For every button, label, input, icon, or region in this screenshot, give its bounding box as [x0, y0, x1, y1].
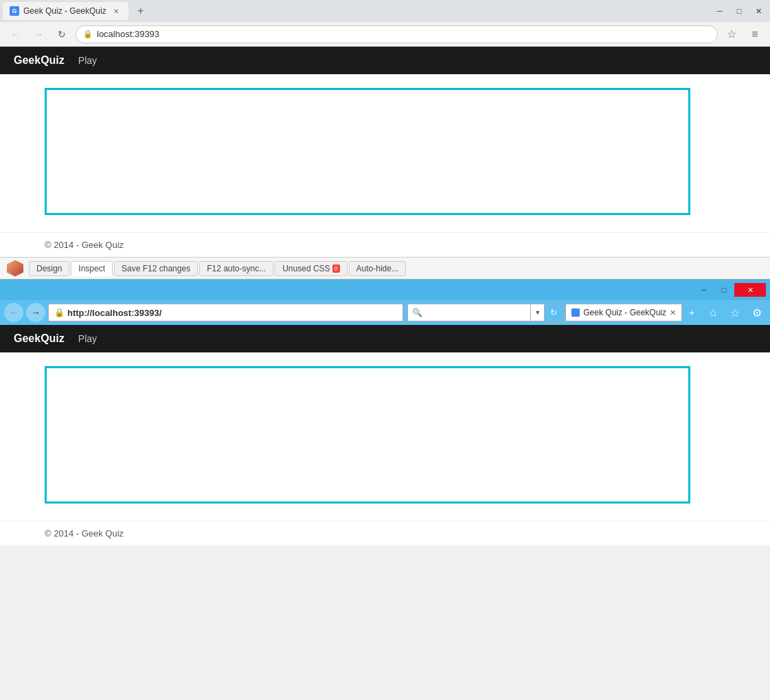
- ie-browser-window: ─ □ ✕ ← → 🔒 http://localhost:39393/ 🔍 ▼ …: [0, 280, 770, 545]
- ie-page-main: [0, 352, 770, 517]
- ie-content-box: [45, 366, 690, 504]
- chrome-minimize-button[interactable]: ─: [711, 5, 729, 17]
- dev-design-button[interactable]: Design: [29, 261, 69, 276]
- ie-search-chevron-icon: ▼: [534, 309, 541, 316]
- chrome-forward-button[interactable]: →: [29, 25, 48, 44]
- ie-home-button[interactable]: ⌂: [704, 304, 722, 321]
- ie-maximize-button[interactable]: □: [714, 283, 734, 297]
- ie-search-box[interactable]: 🔍: [407, 304, 531, 321]
- ie-tab-label: Geek Quiz - GeekQuiz: [583, 308, 666, 317]
- chrome-new-tab-button[interactable]: +: [131, 2, 150, 20]
- chrome-back-button[interactable]: ←: [5, 25, 25, 44]
- ie-address-icon: 🔒: [54, 308, 65, 317]
- dev-inspect-button[interactable]: Inspect: [71, 261, 113, 276]
- chrome-site-brand: GeekQuiz: [14, 54, 65, 67]
- chrome-address-bar[interactable]: 🔒 localhost:39393: [76, 25, 718, 43]
- ie-search-dropdown[interactable]: ▼: [531, 304, 545, 321]
- ie-new-tab-button[interactable]: +: [685, 304, 699, 321]
- ie-url-text: http://localhost:39393/: [67, 308, 397, 318]
- ie-site-brand: GeekQuiz: [14, 332, 65, 345]
- chrome-close-button[interactable]: ✕: [749, 5, 767, 17]
- ie-refresh-button[interactable]: ↻: [545, 304, 563, 321]
- ie-footer-text: © 2014 - Geek Quiz: [45, 528, 124, 539]
- ie-close-button[interactable]: ✕: [734, 283, 766, 297]
- chrome-maximize-button[interactable]: □: [730, 5, 748, 17]
- ie-toolbar: ← → 🔒 http://localhost:39393/ 🔍 ▼ ↻ Geek…: [0, 300, 770, 325]
- chrome-bookmark-button[interactable]: ☆: [722, 25, 741, 44]
- dev-unused-css-button[interactable]: Unused CSS 0: [275, 261, 347, 276]
- ie-back-button[interactable]: ←: [4, 303, 23, 322]
- tab-favicon: G: [10, 6, 19, 16]
- chrome-page-content: GeekQuiz Play © 2014 - Geek Quiz: [0, 47, 770, 257]
- ie-tab-close-button[interactable]: ✕: [670, 308, 676, 317]
- ie-new-tab-icon: +: [689, 307, 694, 318]
- dev-autosync-button[interactable]: F12 auto-sync...: [199, 261, 273, 276]
- chrome-tab-label: Geek Quiz - GeekQuiz: [23, 6, 106, 16]
- ie-active-tab[interactable]: Geek Quiz - GeekQuiz ✕: [565, 304, 682, 321]
- ie-minimize-button[interactable]: ─: [694, 283, 714, 297]
- chrome-url-text: localhost:39393: [97, 29, 710, 39]
- ie-tab-favicon: [571, 308, 580, 317]
- dev-autohide-button[interactable]: Auto-hide...: [349, 261, 406, 276]
- chrome-menu-button[interactable]: ≡: [745, 25, 765, 44]
- unused-css-badge: 0: [332, 264, 340, 273]
- ie-titlebar: ─ □ ✕: [0, 280, 770, 300]
- ie-address-bar[interactable]: 🔒 http://localhost:39393/: [48, 304, 403, 321]
- ie-page-footer: © 2014 - Geek Quiz: [0, 521, 770, 545]
- chrome-window-controls: ─ □ ✕: [711, 5, 767, 17]
- ie-site-navbar: GeekQuiz Play: [0, 325, 770, 352]
- chrome-page-main: [0, 74, 770, 229]
- address-lock-icon: 🔒: [83, 30, 93, 38]
- chrome-page-footer: © 2014 - Geek Quiz: [0, 232, 770, 257]
- ie-toolbar-right: ⌂ ☆ ⚙: [704, 304, 766, 321]
- ie-search-icon: 🔍: [412, 308, 422, 317]
- chrome-toolbar: ← → ↻ 🔒 localhost:39393 ☆ ≡: [0, 22, 770, 47]
- ie-forward-button[interactable]: →: [26, 303, 45, 322]
- chrome-site-navbar: GeekQuiz Play: [0, 47, 770, 74]
- chrome-titlebar: G Geek Quiz - GeekQuiz ✕ + ─ □ ✕: [0, 0, 770, 22]
- dev-toolbar: Design Inspect Save F12 changes F12 auto…: [0, 257, 770, 279]
- chrome-browser-window: G Geek Quiz - GeekQuiz ✕ + ─ □ ✕ ← → ↻ 🔒…: [0, 0, 770, 280]
- ie-favorites-button[interactable]: ☆: [726, 304, 744, 321]
- ie-settings-button[interactable]: ⚙: [748, 304, 766, 321]
- chrome-site-play-link[interactable]: Play: [78, 55, 97, 66]
- dev-tools-logo: [5, 259, 25, 278]
- chrome-footer-text: © 2014 - Geek Quiz: [45, 240, 124, 250]
- ie-refresh-icon: ↻: [550, 308, 557, 317]
- chrome-reload-button[interactable]: ↻: [52, 25, 71, 44]
- ie-site-play-link[interactable]: Play: [78, 333, 97, 344]
- ie-window-controls: ─ □ ✕: [694, 283, 766, 297]
- chrome-content-box: [45, 88, 690, 215]
- dev-tools-icon: [7, 260, 23, 277]
- chrome-active-tab[interactable]: G Geek Quiz - GeekQuiz ✕: [3, 2, 128, 20]
- ie-page-content: GeekQuiz Play © 2014 - Geek Quiz: [0, 325, 770, 545]
- chrome-tab-close-button[interactable]: ✕: [111, 5, 122, 16]
- dev-save-button[interactable]: Save F12 changes: [114, 261, 198, 276]
